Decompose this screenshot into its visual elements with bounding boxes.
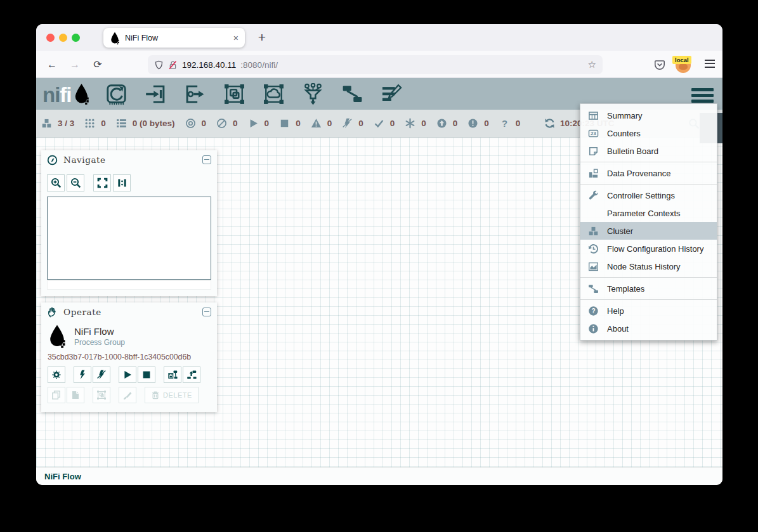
tracking-shield-icon[interactable]: [154, 60, 164, 70]
save-template-icon: [167, 370, 178, 380]
remote-process-group-component-icon[interactable]: [263, 83, 285, 105]
queue-icon: [116, 118, 127, 129]
menu-item-about[interactable]: About: [580, 320, 717, 337]
copy-button[interactable]: [48, 387, 65, 403]
stop-button[interactable]: [138, 367, 155, 383]
menu-item-node-status-history[interactable]: Node Status History: [580, 257, 717, 275]
input-port-component-icon[interactable]: [145, 83, 167, 105]
change-color-button[interactable]: [119, 387, 136, 403]
question-icon: [499, 118, 510, 129]
pocket-icon[interactable]: [654, 59, 665, 70]
url-bar[interactable]: 192.168.40.11:8080/nifi/ ☆: [148, 55, 603, 74]
url-path: :8080/nifi/: [240, 60, 278, 70]
bolt-slash-icon: [342, 118, 353, 129]
zoom-out-button[interactable]: [67, 174, 84, 191]
browser-navbar: ← → ⟳ 192.168.40.11:8080/nifi/ ☆: [36, 51, 722, 78]
processor-component-icon[interactable]: [105, 83, 127, 105]
menu-item-data-provenance[interactable]: Data Provenance: [580, 164, 717, 182]
funnel-component-icon[interactable]: [302, 83, 324, 105]
summary-table-icon: [588, 110, 599, 121]
zoom-in-icon: [51, 178, 62, 188]
template-component-icon[interactable]: [341, 83, 363, 105]
menu-separator: [580, 162, 717, 162]
stopped-icon: [279, 118, 290, 129]
paint-brush-icon: [122, 390, 133, 400]
menu-item-summary[interactable]: Summary: [580, 107, 717, 124]
arrow-up-circle-icon: [436, 118, 447, 129]
menu-item-templates[interactable]: Templates: [580, 280, 717, 297]
data-provenance-icon: [588, 168, 599, 179]
status-clustered-nodes: 3 / 3: [41, 118, 74, 129]
menu-item-counters[interactable]: Counters: [580, 124, 717, 142]
collapse-operate-icon[interactable]: [202, 308, 211, 316]
enable-button[interactable]: [74, 367, 91, 383]
zoom-actual-size-button[interactable]: [113, 174, 131, 191]
bolt-slash-icon: [96, 370, 107, 380]
status-transmitting: 0: [185, 118, 207, 129]
label-component-icon[interactable]: [381, 83, 403, 105]
cluster-cubes-icon: [588, 226, 599, 237]
global-menu-dropdown: Summary Counters Bulletin Board Data Pro…: [580, 103, 717, 341]
warning-triangle-icon: [311, 118, 322, 129]
refresh-icon[interactable]: [544, 118, 555, 129]
output-port-component-icon[interactable]: [184, 83, 206, 105]
insecure-lock-icon[interactable]: [168, 60, 178, 70]
gear-icon: [51, 370, 62, 380]
global-menu-button[interactable]: [691, 88, 714, 103]
upload-template-button[interactable]: [183, 367, 200, 383]
forward-button[interactable]: →: [67, 56, 83, 73]
navigate-panel: Navigate: [41, 150, 217, 296]
status-stopped: 0: [279, 118, 301, 129]
running-icon: [248, 118, 259, 129]
start-button[interactable]: [119, 367, 136, 383]
process-group-drop-icon: [48, 324, 67, 348]
breadcrumb-root[interactable]: NiFi Flow: [44, 472, 81, 481]
zoom-fit-button[interactable]: [93, 174, 111, 191]
collapse-navigate-icon[interactable]: [202, 155, 211, 164]
area-chart-icon: [588, 261, 599, 272]
delete-button[interactable]: DELETE: [145, 387, 199, 403]
status-queued: 0 (0 bytes): [116, 118, 175, 129]
process-group-component-icon[interactable]: [223, 83, 245, 105]
fit-icon: [97, 178, 108, 188]
macos-maximize-button[interactable]: [72, 34, 80, 42]
status-not-transmitting: 0: [216, 118, 238, 129]
menu-item-help[interactable]: Help: [580, 302, 717, 320]
macos-minimize-button[interactable]: [59, 34, 67, 42]
reload-button[interactable]: ⟳: [89, 56, 106, 73]
tab-close-icon[interactable]: ×: [233, 33, 239, 43]
operate-panel-title: Operate: [63, 307, 197, 317]
birdseye-strip: [47, 280, 211, 290]
menu-item-parameter-contexts[interactable]: Parameter Contexts: [580, 204, 717, 222]
menu-item-bulletin-board[interactable]: Bulletin Board: [580, 142, 717, 160]
configuration-button[interactable]: [48, 367, 65, 383]
not-transmitting-icon: [216, 118, 227, 129]
firefox-menu-icon[interactable]: [705, 60, 715, 68]
zoom-in-button[interactable]: [47, 174, 65, 191]
menu-item-cluster[interactable]: Cluster: [580, 222, 717, 240]
save-template-button[interactable]: [164, 367, 181, 383]
tab-bar: NiFi Flow × +: [36, 24, 722, 51]
url-host: 192.168.40.11: [182, 60, 236, 70]
upload-template-icon: [186, 370, 197, 380]
group-button[interactable]: [93, 387, 110, 403]
bookmark-star-icon[interactable]: ☆: [588, 59, 596, 70]
back-button[interactable]: ←: [44, 56, 60, 73]
menu-item-controller-settings[interactable]: Controller Settings: [580, 186, 717, 204]
logo-text-fi: fi: [60, 85, 71, 105]
transmitting-icon: [185, 118, 196, 129]
asterisk-icon: [405, 118, 415, 129]
group-icon: [96, 390, 107, 400]
status-active-threads: 0: [84, 118, 106, 129]
status-locally-modified: 0: [405, 118, 426, 129]
new-tab-button[interactable]: +: [253, 29, 271, 47]
templates-icon: [588, 283, 599, 294]
paste-button[interactable]: [67, 387, 84, 403]
browser-tab[interactable]: NiFi Flow ×: [103, 28, 245, 48]
birdseye-minimap[interactable]: [47, 197, 211, 280]
disable-button[interactable]: [93, 367, 110, 383]
process-group-id: 35cbd3b7-017b-1000-8bff-1c3405c00d6b: [41, 348, 217, 361]
paste-icon: [70, 390, 81, 400]
macos-close-button[interactable]: [46, 34, 55, 42]
menu-item-flow-configuration-history[interactable]: Flow Configuration History: [580, 240, 717, 257]
